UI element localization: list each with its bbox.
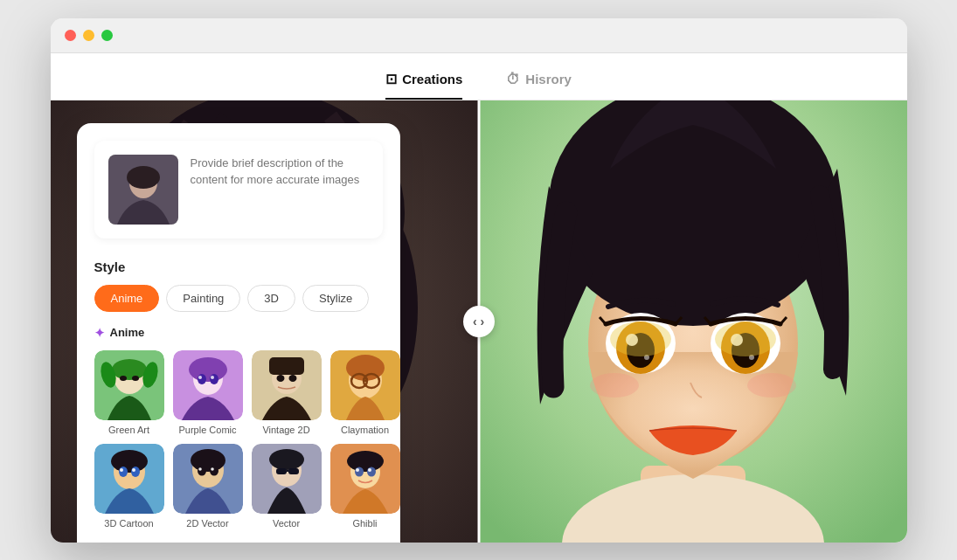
style-label-ghibli: Ghibli <box>352 518 377 529</box>
svg-point-75 <box>269 449 304 470</box>
svg-point-28 <box>747 373 796 398</box>
comparison-handle[interactable]: ‹ › <box>463 306 495 337</box>
style-label-purple-comic: Purple Comic <box>178 425 236 435</box>
svg-point-82 <box>355 467 364 476</box>
svg-point-36 <box>112 359 147 380</box>
svg-point-44 <box>198 374 206 384</box>
svg-point-51 <box>276 375 284 382</box>
upload-area <box>94 141 383 239</box>
style-item-2d-vector[interactable]: 2D Vector <box>173 444 243 529</box>
svg-point-30 <box>715 321 776 356</box>
tab-bar: ⊡ Creations ⏱ Hisrory <box>51 53 907 100</box>
svg-point-47 <box>211 376 214 379</box>
style-item-vintage-2d[interactable]: Vintage 2D <box>252 350 322 435</box>
style-item-vector[interactable]: Vector <box>252 444 322 529</box>
tab-history[interactable]: ⏱ Hisrory <box>506 61 572 100</box>
svg-point-45 <box>210 374 218 384</box>
style-label-green-art: Green Art <box>108 425 149 435</box>
upload-preview[interactable] <box>108 155 178 225</box>
svg-point-40 <box>132 376 139 381</box>
style-thumb-claymation <box>330 350 400 420</box>
svg-point-84 <box>356 468 359 472</box>
svg-point-69 <box>198 466 206 475</box>
style-thumb-vintage-2d <box>252 350 322 420</box>
svg-point-83 <box>367 467 376 476</box>
style-thumb-3d-cartoon <box>94 444 164 514</box>
style-label-vintage-2d: Vintage 2D <box>262 425 309 435</box>
titlebar <box>51 18 907 53</box>
svg-point-70 <box>210 466 218 475</box>
svg-point-39 <box>120 376 127 381</box>
upload-description <box>191 155 369 225</box>
style-tab-painting[interactable]: Painting <box>166 285 240 312</box>
style-label-claymation: Claymation <box>341 425 389 435</box>
creations-icon: ⊡ <box>385 71 397 87</box>
anime-right <box>479 100 907 543</box>
svg-point-52 <box>288 375 296 382</box>
handle-arrows-icon: ‹ › <box>473 315 484 328</box>
minimize-button[interactable] <box>83 30 94 41</box>
svg-point-29 <box>610 321 671 356</box>
svg-point-71 <box>198 467 202 471</box>
style-item-purple-comic[interactable]: Purple Comic <box>173 350 243 435</box>
svg-point-46 <box>198 376 202 379</box>
svg-rect-50 <box>269 357 304 375</box>
description-input[interactable] <box>191 155 369 216</box>
svg-point-65 <box>132 468 135 472</box>
window-body: ⊡ Creations ⏱ Hisrory <box>51 53 907 543</box>
tab-history-label: Hisrory <box>525 72 572 86</box>
svg-point-61 <box>111 450 148 473</box>
svg-rect-77 <box>288 468 299 474</box>
style-tab-anime[interactable]: Anime <box>94 285 160 312</box>
style-grid: Green Art <box>94 350 383 529</box>
svg-point-43 <box>189 357 227 382</box>
style-tabs: Anime Painting 3D Stylize <box>94 285 383 312</box>
style-thumb-green-art <box>94 350 164 420</box>
svg-point-64 <box>120 468 123 472</box>
style-label-3d-cartoon: 3D Cartoon <box>104 518 153 529</box>
maximize-button[interactable] <box>101 30 113 41</box>
style-label-2d-vector: 2D Vector <box>186 518 228 529</box>
main-window: ⊡ Creations ⏱ Hisrory <box>51 18 907 543</box>
style-tab-3d[interactable]: 3D <box>247 285 295 312</box>
svg-point-68 <box>191 449 225 472</box>
style-thumb-2d-vector <box>173 444 243 514</box>
close-button[interactable] <box>65 30 76 41</box>
tab-creations-label: Creations <box>402 72 462 86</box>
svg-point-72 <box>211 467 214 471</box>
style-section: Style Anime Painting 3D Stylize ✦ Anime <box>94 259 383 529</box>
style-label: Style <box>94 259 383 274</box>
anime-star-icon: ✦ <box>94 326 105 340</box>
style-item-claymation[interactable]: Claymation <box>330 350 400 435</box>
anime-subsection-text: Anime <box>110 326 145 339</box>
svg-point-81 <box>347 451 384 472</box>
style-tab-stylize[interactable]: Stylize <box>302 285 369 312</box>
anime-subsection: ✦ Anime <box>94 326 383 340</box>
svg-point-27 <box>590 373 639 398</box>
history-icon: ⏱ <box>506 72 520 87</box>
style-label-vector: Vector <box>273 518 300 529</box>
svg-point-63 <box>131 467 140 477</box>
svg-point-62 <box>119 467 128 477</box>
tab-creations[interactable]: ⊡ Creations <box>385 60 462 100</box>
style-thumb-vector <box>252 444 322 514</box>
left-panel-card: Style Anime Painting 3D Stylize ✦ Anime <box>77 123 400 543</box>
svg-rect-76 <box>276 468 287 474</box>
style-thumb-purple-comic <box>173 350 243 420</box>
style-item-3d-cartoon[interactable]: 3D Cartoon <box>94 444 164 529</box>
style-item-ghibli[interactable]: Ghibli <box>330 444 400 529</box>
style-item-green-art[interactable]: Green Art <box>94 350 164 435</box>
svg-point-33 <box>127 166 160 189</box>
style-thumb-ghibli <box>330 444 400 514</box>
svg-point-85 <box>368 468 371 472</box>
